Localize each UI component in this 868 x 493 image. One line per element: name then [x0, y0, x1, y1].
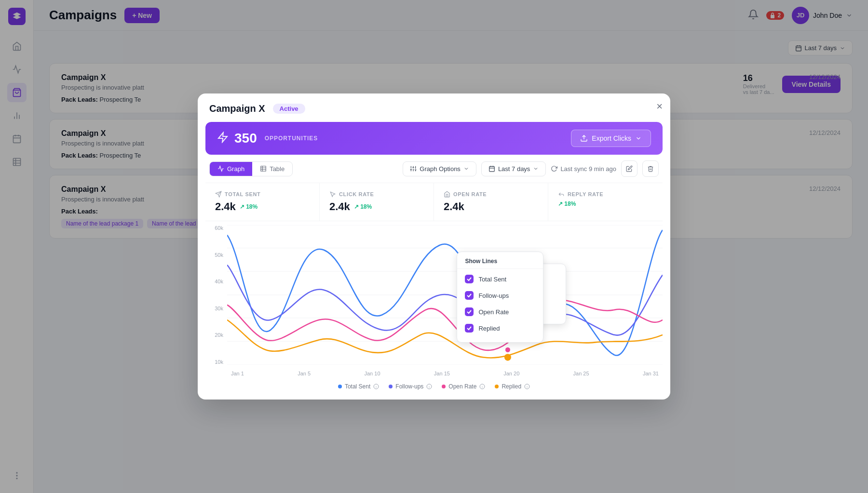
- svg-rect-19: [261, 166, 266, 172]
- info-icon: [426, 384, 432, 389]
- sync-status: Last sync 9 min ago: [551, 165, 616, 173]
- stat-value-row: 2.4k: [444, 200, 538, 213]
- x-label: Jan 1: [231, 371, 244, 376]
- upload-icon: [580, 134, 588, 142]
- svg-point-45: [504, 354, 511, 361]
- menu-item-total-sent[interactable]: Total Sent: [457, 271, 543, 287]
- chevron-down-icon: [463, 166, 469, 172]
- checkbox-open-rate[interactable]: [465, 307, 474, 316]
- menu-label: Follow-ups: [478, 292, 509, 299]
- show-lines-menu: Show Lines Total Sent Follow-ups: [457, 252, 543, 343]
- info-icon: [479, 384, 485, 389]
- stat-value-row: ↗ 18%: [558, 200, 653, 207]
- legend-replied: Replied: [495, 383, 530, 390]
- info-icon: [524, 384, 530, 389]
- x-label: Jan 31: [643, 371, 659, 376]
- cursor-icon: [329, 191, 336, 198]
- graph-icon: [217, 165, 224, 172]
- chart-legend: Total Sent Follow-ups Open Rate Replied: [205, 379, 663, 392]
- chart-svg: [227, 225, 663, 365]
- edit-icon: [626, 165, 633, 172]
- x-label: Jan 20: [503, 371, 519, 376]
- export-label: Export Clicks: [592, 134, 631, 142]
- stat-open-rate: OPEN RATE 2.4k: [434, 183, 548, 221]
- stat-change: ↗ 18%: [558, 200, 576, 207]
- y-label: 50k: [215, 252, 223, 258]
- menu-item-replied[interactable]: Replied: [457, 320, 543, 336]
- menu-label: Total Sent: [478, 276, 506, 283]
- stat-value-row: 2.4k ↗ 18%: [329, 200, 424, 213]
- x-label: Jan 15: [434, 371, 450, 376]
- stat-value: 2.4k: [329, 200, 350, 213]
- opportunities-banner: 350 OPPORTUNITIES Export Clicks: [205, 122, 663, 155]
- stat-value: 2.4k: [215, 200, 236, 213]
- reply-icon: [558, 191, 565, 198]
- legend-dot-open-rate: [442, 385, 446, 388]
- info-icon: [373, 384, 379, 389]
- chevron-down-icon: [533, 166, 539, 172]
- sliders-icon: [410, 165, 417, 172]
- campaign-modal: Campaign X Active × 350 OPPORTUNITIES Ex…: [198, 93, 670, 400]
- modal-close-button[interactable]: ×: [656, 101, 663, 112]
- stat-change: ↗ 18%: [240, 203, 258, 210]
- modal-header: Campaign X Active ×: [198, 93, 670, 114]
- modal-title: Campaign X: [209, 103, 265, 114]
- chart-toolbar: Graph Table Graph Options Last 7 days: [198, 155, 670, 183]
- legend-open-rate: Open Rate: [442, 383, 485, 390]
- y-label: 60k: [215, 225, 223, 231]
- send-icon: [215, 191, 222, 198]
- graph-options-button[interactable]: Graph Options: [403, 161, 476, 176]
- y-label: 40k: [215, 279, 223, 284]
- stat-label: CLICK RATE: [329, 191, 424, 198]
- y-label: 30k: [215, 306, 223, 311]
- y-axis: 60k 50k 40k 30k 20k 10k: [205, 225, 227, 365]
- stats-row: TOTAL SENT 2.4k ↗ 18% CLICK RATE 2.4k ↗ …: [205, 183, 663, 221]
- stat-label: REPLY RATE: [558, 191, 653, 198]
- export-clicks-button[interactable]: Export Clicks: [571, 130, 651, 147]
- modal-overlay[interactable]: Campaign X Active × 350 OPPORTUNITIES Ex…: [0, 0, 868, 493]
- stat-total-sent: TOTAL SENT 2.4k ↗ 18%: [205, 183, 320, 221]
- delete-button[interactable]: [642, 160, 659, 177]
- y-label: 10k: [215, 359, 223, 365]
- svg-rect-29: [489, 166, 495, 172]
- menu-title: Show Lines: [457, 258, 543, 269]
- view-tab-group: Graph Table: [209, 161, 293, 176]
- stat-value: 2.4k: [444, 200, 464, 213]
- banner-left: 350 OPPORTUNITIES: [217, 131, 318, 146]
- refresh-icon: [551, 165, 557, 172]
- tab-graph-button[interactable]: Graph: [210, 162, 252, 176]
- mail-open-icon: [444, 191, 450, 198]
- legend-dot-replied: [495, 385, 499, 388]
- checkbox-total-sent[interactable]: [465, 275, 474, 283]
- menu-item-open-rate[interactable]: Open Rate: [457, 304, 543, 320]
- trash-icon: [647, 165, 654, 172]
- x-label: Jan 5: [298, 371, 311, 376]
- menu-label: Open Rate: [478, 308, 509, 316]
- edit-button[interactable]: [621, 160, 637, 177]
- chart-container: 60k 50k 40k 30k 20k 10k: [205, 225, 663, 379]
- tab-table-button[interactable]: Table: [252, 162, 292, 176]
- bolt-icon: [217, 132, 229, 145]
- x-label: Jan 10: [365, 371, 380, 376]
- legend-total-sent: Total Sent: [338, 383, 379, 390]
- checkbox-followups[interactable]: [465, 291, 474, 300]
- stat-change: ↗ 18%: [354, 203, 372, 210]
- chart-area: 60k 50k 40k 30k 20k 10k: [198, 225, 670, 400]
- stat-label: OPEN RATE: [444, 191, 538, 198]
- x-axis: Jan 1 Jan 5 Jan 10 Jan 15 Jan 20 Jan 25 …: [227, 368, 663, 379]
- opportunities-label: OPPORTUNITIES: [265, 135, 318, 142]
- legend-dot-followups: [389, 385, 393, 388]
- chevron-down-icon: [635, 135, 642, 142]
- date-range-button[interactable]: Last 7 days: [481, 161, 546, 176]
- modal-status-badge: Active: [273, 104, 305, 114]
- y-label: 20k: [215, 332, 223, 338]
- checkbox-replied[interactable]: [465, 324, 474, 333]
- stat-value-row: 2.4k ↗ 18%: [215, 200, 310, 213]
- stat-reply-rate: REPLY RATE ↗ 18%: [548, 183, 663, 221]
- svg-point-44: [505, 347, 510, 352]
- stat-click-rate: CLICK RATE 2.4k ↗ 18%: [320, 183, 434, 221]
- menu-label: Replied: [478, 325, 500, 332]
- svg-marker-17: [218, 133, 227, 142]
- x-label: Jan 25: [573, 371, 589, 376]
- menu-item-followups[interactable]: Follow-ups: [457, 287, 543, 304]
